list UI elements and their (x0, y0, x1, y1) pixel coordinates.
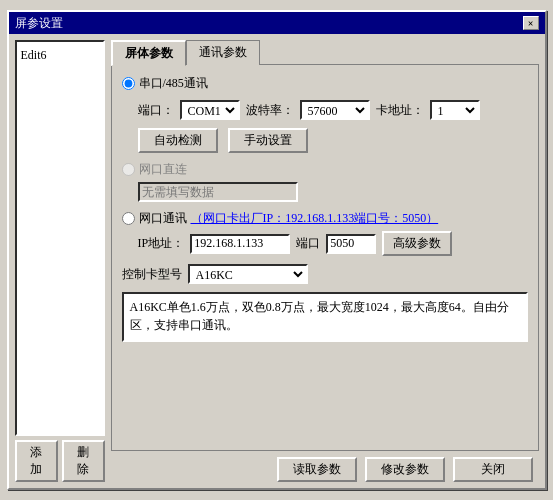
tab-content: 串口/485通讯 端口： COM1 COM2 COM3 波特率： 57600 9… (111, 64, 539, 451)
window-body: Edit6 添加 删除 屏体参数 通讯参数 串口/485通讯 (9, 34, 545, 488)
port-label: 端口： (138, 102, 174, 119)
baud-label: 波特率： (246, 102, 294, 119)
net-comm-section: 网口通讯 （网口卡出厂IP：192.168.1.133端口号：5050） IP地… (122, 210, 528, 256)
net-comm-link[interactable]: （网口卡出厂IP：192.168.1.133端口号：5050） (191, 210, 439, 227)
card-type-label: 控制卡型号 (122, 266, 182, 283)
close-button[interactable]: 关闭 (453, 457, 533, 482)
net-direct-radio[interactable] (122, 163, 135, 176)
net-comm-radio[interactable] (122, 212, 135, 225)
window-title: 屏参设置 (15, 15, 63, 32)
title-bar: 屏参设置 × (9, 12, 545, 34)
tab-screen-params[interactable]: 屏体参数 (111, 40, 186, 66)
net-comm-radio-label[interactable]: 网口通讯 （网口卡出厂IP：192.168.1.133端口号：5050） (122, 210, 439, 227)
card-type-row: 控制卡型号 A16KC (122, 264, 528, 284)
add-button[interactable]: 添加 (15, 440, 58, 482)
net-direct-input-row (122, 182, 528, 202)
serial-radio-label[interactable]: 串口/485通讯 (122, 75, 208, 92)
read-params-button[interactable]: 读取参数 (277, 457, 357, 482)
net-direct-radio-row: 网口直连 (122, 161, 528, 178)
port-select[interactable]: COM1 COM2 COM3 (180, 100, 240, 120)
main-window: 屏参设置 × Edit6 添加 删除 屏体参数 通讯参数 (7, 10, 547, 490)
modify-params-button[interactable]: 修改参数 (365, 457, 445, 482)
port-num-label: 端口 (296, 235, 320, 252)
addr-label: 卡地址： (376, 102, 424, 119)
net-direct-radio-text: 网口直连 (139, 161, 187, 178)
close-window-button[interactable]: × (523, 16, 539, 30)
addr-select[interactable]: 1 2 3 (430, 100, 480, 120)
port-num-input[interactable] (326, 234, 376, 254)
info-box: A16KC单色1.6万点，双色0.8万点，最大宽度1024，最大高度64。自由分… (122, 292, 528, 342)
tab-comm-params[interactable]: 通讯参数 (186, 40, 260, 65)
right-panel: 屏体参数 通讯参数 串口/485通讯 端口： COM1 COM (111, 40, 539, 482)
manual-set-button[interactable]: 手动设置 (228, 128, 308, 153)
serial-radio-row: 串口/485通讯 (122, 75, 528, 92)
ip-label: IP地址： (138, 235, 185, 252)
net-direct-section: 网口直连 (122, 161, 528, 202)
card-type-select[interactable]: A16KC (188, 264, 308, 284)
auto-detect-button[interactable]: 自动检测 (138, 128, 218, 153)
tree-item: Edit6 (21, 46, 99, 65)
serial-radio[interactable] (122, 77, 135, 90)
port-baud-row: 端口： COM1 COM2 COM3 波特率： 57600 9600 19200… (122, 100, 528, 120)
net-direct-radio-label[interactable]: 网口直连 (122, 161, 187, 178)
ip-row: IP地址： 端口 高级参数 (122, 231, 528, 256)
net-direct-input (138, 182, 298, 202)
left-panel: Edit6 添加 删除 (15, 40, 105, 482)
net-comm-radio-text: 网口通讯 (139, 210, 187, 227)
detect-buttons-row: 自动检测 手动设置 (122, 128, 528, 153)
net-comm-radio-row: 网口通讯 （网口卡出厂IP：192.168.1.133端口号：5050） (122, 210, 528, 227)
delete-button[interactable]: 删除 (62, 440, 105, 482)
serial-radio-text: 串口/485通讯 (139, 75, 208, 92)
ip-input[interactable] (190, 234, 290, 254)
advanced-button[interactable]: 高级参数 (382, 231, 452, 256)
tab-bar: 屏体参数 通讯参数 (111, 40, 539, 65)
left-buttons: 添加 删除 (15, 440, 105, 482)
bottom-buttons: 读取参数 修改参数 关闭 (111, 451, 539, 482)
baud-select[interactable]: 57600 9600 19200 115200 (300, 100, 370, 120)
tree-view[interactable]: Edit6 (15, 40, 105, 436)
